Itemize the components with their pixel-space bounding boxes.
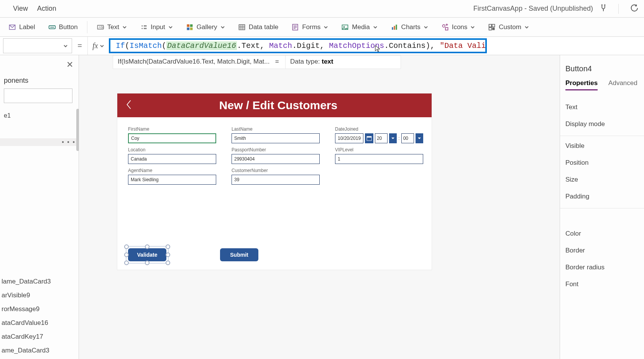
chevron-down-icon[interactable]	[389, 133, 397, 143]
prop-size[interactable]: Size	[565, 171, 644, 188]
field-label: DateJoined	[335, 126, 423, 132]
insert-input[interactable]: Input	[135, 21, 178, 33]
prop-display-mode[interactable]: Display mode	[565, 116, 644, 133]
field-label: VIPLevel	[335, 147, 423, 152]
tree-search-input[interactable]	[4, 89, 72, 103]
tree-item[interactable]: arVisible9	[2, 292, 79, 299]
insert-media[interactable]: Media	[336, 21, 383, 33]
insert-media-label: Media	[352, 23, 370, 31]
fx-caption[interactable]: fx	[87, 37, 109, 55]
tree-item[interactable]: e1	[0, 108, 79, 123]
field-agent: AgentName Mark Siedling	[128, 168, 216, 185]
resize-handle[interactable]	[166, 261, 170, 265]
svg-rect-28	[492, 24, 495, 27]
equals-label: =	[275, 58, 279, 65]
tree-item[interactable]: ataCardValue16	[2, 319, 79, 327]
tree-item[interactable]: ataCardKey17	[2, 333, 79, 341]
resize-handle[interactable]	[166, 244, 170, 249]
svg-rect-4	[50, 27, 54, 28]
resize-handle[interactable]	[124, 252, 129, 257]
insert-text[interactable]: Abc Text	[91, 21, 132, 33]
chevron-down-icon[interactable]	[416, 133, 423, 143]
field-label: CustomerNumber	[232, 168, 320, 173]
tree-view-panel: ✕ ponents e1 • • • lame_DataCard3 arVisi…	[0, 55, 79, 359]
prop-padding[interactable]: Padding	[565, 188, 644, 205]
prop-border-radius[interactable]: Border radius	[565, 259, 644, 276]
svg-rect-30	[492, 27, 495, 30]
insert-forms[interactable]: Forms	[286, 21, 334, 33]
vip-input[interactable]: 1	[335, 154, 423, 164]
ribbon: Label Button Abc Text Input Gallery Data…	[0, 18, 644, 37]
prop-border[interactable]: Border	[565, 242, 644, 259]
svg-point-7	[141, 25, 143, 26]
property-dropdown[interactable]	[3, 38, 72, 53]
undo-icon[interactable]	[629, 4, 638, 14]
custno-input[interactable]: 39	[232, 175, 320, 185]
chevron-down-icon	[168, 25, 173, 30]
data-type-label: Data type:	[290, 58, 322, 65]
insert-datatable-label: Data table	[249, 23, 279, 31]
submit-button[interactable]: Submit	[220, 248, 258, 261]
back-icon[interactable]	[117, 99, 141, 112]
formula-input[interactable]: If(IsMatch(DataCardValue16.Text, Match.D…	[109, 38, 487, 53]
insert-charts[interactable]: Charts	[385, 21, 434, 33]
divider	[618, 4, 619, 14]
ribbon-separator	[87, 21, 87, 33]
canvas-area[interactable]: New / Edit Customers FirstName Coy LastN…	[79, 55, 560, 359]
formula-token: Match	[269, 41, 292, 50]
formula-token: .Digit,	[292, 41, 329, 50]
calendar-icon[interactable]	[365, 133, 373, 143]
tab-advanced[interactable]: Advanced	[608, 79, 637, 90]
resize-handle[interactable]	[145, 244, 150, 249]
prop-text[interactable]: Text	[565, 99, 644, 116]
tree-item-selected[interactable]: • • •	[0, 138, 79, 146]
datejoined-date-input[interactable]: 10/20/2019	[335, 133, 363, 143]
datejoined-min-input[interactable]: 00	[401, 133, 414, 143]
prop-position[interactable]: Position	[565, 154, 644, 171]
svg-rect-29	[489, 27, 492, 30]
tree-item[interactable]: lame_DataCard3	[2, 278, 79, 285]
resize-handle[interactable]	[145, 261, 150, 265]
close-icon[interactable]: ✕	[61, 55, 79, 74]
firstname-input[interactable]: Coy	[128, 133, 216, 143]
svg-rect-32	[367, 136, 371, 138]
app-bar: View Action FirstCanvasApp - Saved (Unpu…	[0, 0, 644, 18]
field-location: Location Canada	[128, 147, 216, 164]
svg-rect-18	[294, 27, 297, 28]
insert-icons[interactable]: Icons	[436, 21, 481, 33]
insert-gallery[interactable]: Gallery	[181, 21, 230, 33]
tree-item[interactable]: ame_DataCard3	[2, 347, 79, 354]
validate-button[interactable]: Validate	[128, 248, 166, 261]
prop-color[interactable]: Color	[565, 225, 644, 242]
location-input[interactable]: Canada	[128, 154, 216, 164]
passport-input[interactable]: 29930404	[232, 154, 320, 164]
svg-text:Abc: Abc	[99, 25, 104, 29]
formula-token: IsMatch	[130, 41, 162, 50]
more-icon[interactable]: • • •	[62, 139, 76, 146]
svg-rect-26	[445, 27, 448, 30]
resize-handle[interactable]	[166, 252, 170, 257]
insert-label[interactable]: Label	[3, 21, 41, 33]
app-checker-icon[interactable]	[599, 4, 608, 14]
svg-rect-22	[392, 27, 393, 30]
prop-font[interactable]: Font	[565, 276, 644, 293]
datejoined-hour-input[interactable]: 20	[375, 133, 388, 143]
insert-button-text: Button	[59, 23, 78, 31]
agent-input[interactable]: Mark Siedling	[128, 175, 216, 185]
selected-control-wrapper[interactable]: Validate	[128, 248, 166, 261]
insert-label-text: Label	[19, 23, 35, 31]
tree-item[interactable]: rorMessage9	[2, 305, 79, 313]
svg-rect-24	[396, 25, 397, 30]
prop-visible[interactable]: Visible	[565, 138, 644, 154]
field-label: Location	[128, 147, 216, 152]
insert-custom[interactable]: Custom	[483, 21, 534, 33]
resize-handle[interactable]	[124, 261, 129, 265]
resize-handle[interactable]	[124, 244, 129, 249]
insert-datatable[interactable]: Data table	[233, 21, 284, 33]
menu-action[interactable]: Action	[37, 5, 56, 13]
menu-view[interactable]: View	[13, 5, 28, 13]
field-lastname: LastName Smith	[232, 126, 320, 143]
insert-button[interactable]: Button	[43, 21, 83, 33]
tab-properties[interactable]: Properties	[565, 79, 598, 90]
lastname-input[interactable]: Smith	[232, 133, 320, 143]
